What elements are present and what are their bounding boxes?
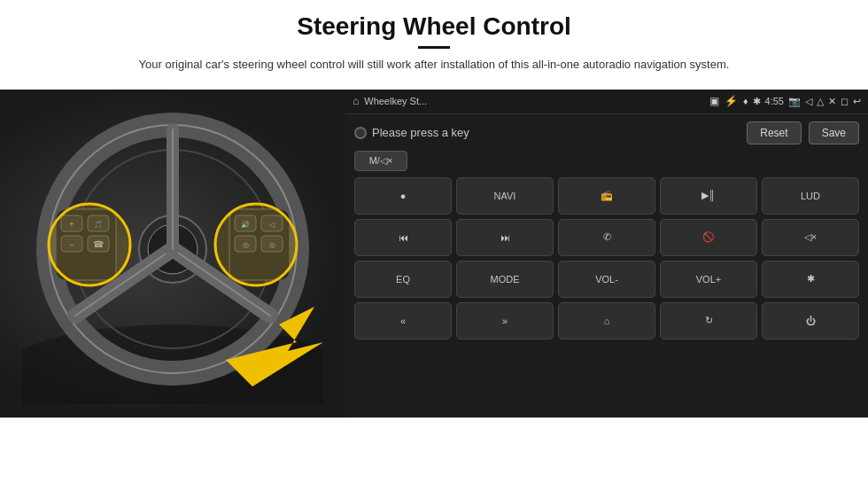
gps-icon: ♦ (743, 96, 748, 106)
vol-icon: ◁ (805, 96, 812, 107)
back-icon: ↩ (853, 96, 861, 107)
page-title: Steering Wheel Control (139, 12, 730, 41)
svg-point-25 (215, 204, 297, 285)
content-row: + − 🎵 ☎ 🔊 ◎ ◁ ◎ (0, 90, 868, 485)
top-row: Please press a key Reset Save (354, 121, 859, 144)
home-icon[interactable]: ⌂ (353, 95, 359, 107)
page: Steering Wheel Control Your original car… (0, 0, 868, 484)
ctrl-btn-refresh[interactable]: ↻ (660, 302, 757, 340)
ctrl-btn-next[interactable]: ⏭ (456, 219, 554, 256)
ctrl-btn-prev[interactable]: ⏮ (354, 219, 452, 256)
title-divider (418, 46, 450, 49)
ctrl-btn-mutespk[interactable]: ◁× (762, 219, 859, 256)
x-icon: ✕ (828, 96, 836, 107)
ctrl-btn-nodistrb[interactable]: 🚫 (660, 219, 757, 256)
time-display: 4:55 (765, 96, 784, 106)
window-icon: ◻ (841, 96, 849, 107)
ctrl-btn-power[interactable]: ⏻ (762, 302, 859, 340)
ctrl-btn-radio[interactable]: 📻 (558, 177, 655, 215)
usb-icon: ⚡ (725, 95, 738, 107)
ctrl-btn-playpause[interactable]: ▶║ (660, 177, 757, 215)
header: Steering Wheel Control Your original car… (139, 0, 730, 90)
steering-bg: + − 🎵 ☎ 🔊 ◎ ◁ ◎ (0, 90, 345, 418)
bt-icon: ✱ (753, 96, 761, 107)
ctrl-btn-eq[interactable]: EQ (354, 261, 452, 298)
press-key-label: Please press a key (372, 126, 469, 139)
control-grid: ●NAVI📻▶║LUD⏮⏭✆🚫◁×EQMODEVOL-VOL+✱«»⌂↻⏻ (354, 177, 859, 340)
camera-icon: 📷 (788, 96, 801, 107)
app-content: Please press a key Reset Save M/◁× ●NAVI… (345, 114, 868, 418)
eject-icon: △ (817, 96, 824, 107)
android-unit: ⌂ Wheelkey St... ▣ ⚡ ♦ ✱ 4:55 📷 ◁ △ ✕ ◻ … (345, 90, 868, 418)
steering-image: + − 🎵 ☎ 🔊 ◎ ◁ ◎ (0, 90, 345, 418)
ctrl-btn-volplus[interactable]: VOL+ (660, 261, 757, 298)
ctrl-btn-volminus[interactable]: VOL- (558, 261, 655, 298)
app-title: Wheelkey St... (364, 96, 704, 106)
ctrl-btn-home2[interactable]: ⌂ (558, 302, 655, 340)
svg-point-24 (49, 204, 130, 285)
save-button[interactable]: Save (809, 121, 859, 144)
steering-wheel-svg: + − 🎵 ☎ 🔊 ◎ ◁ ◎ (22, 103, 323, 404)
press-key-indicator: Please press a key (354, 126, 740, 139)
ctrl-btn-disc[interactable]: ● (354, 177, 452, 215)
ctrl-btn-bluetooth[interactable]: ✱ (762, 261, 859, 298)
status-bar: ⌂ Wheelkey St... ▣ ⚡ ♦ ✱ 4:55 📷 ◁ △ ✕ ◻ … (345, 90, 868, 114)
subtitle: Your original car's steering wheel contr… (139, 56, 730, 74)
indicator-circle (354, 127, 367, 139)
media-icon: ▣ (709, 95, 719, 107)
status-icons-right: ♦ ✱ 4:55 📷 ◁ △ ✕ ◻ ↩ (743, 96, 861, 107)
ctrl-btn-fforward[interactable]: » (456, 302, 554, 340)
ctrl-btn-phone[interactable]: ✆ (558, 219, 655, 256)
ctrl-btn-lud[interactable]: LUD (762, 177, 859, 215)
ctrl-btn-mode[interactable]: MODE (456, 261, 554, 298)
mute-row: M/◁× (354, 151, 859, 171)
ctrl-btn-rewind[interactable]: « (354, 302, 452, 340)
mute-button[interactable]: M/◁× (354, 151, 407, 171)
ctrl-btn-navi[interactable]: NAVI (456, 177, 554, 215)
reset-button[interactable]: Reset (747, 121, 801, 144)
